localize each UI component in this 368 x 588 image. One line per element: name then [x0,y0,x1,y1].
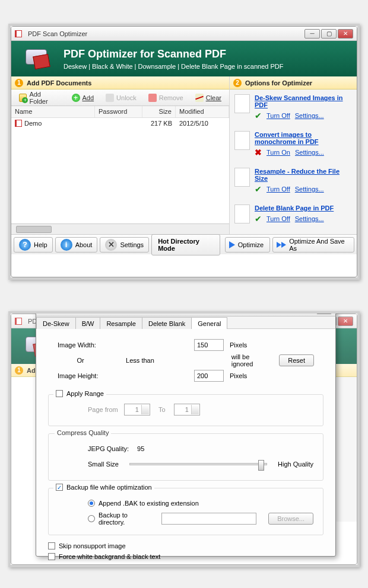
remove-button[interactable]: Remove [143,91,189,104]
add-folder-button[interactable]: Add Folder [14,91,65,104]
tab-b-w[interactable]: B/W [75,317,101,329]
hero-logo [21,47,54,71]
backup-dir-input[interactable] [161,513,256,525]
image-width-input[interactable] [194,339,224,351]
optimizer-option: Resample - Reduce the File Size ✔Turn Of… [230,163,357,200]
clear-icon [195,94,204,102]
hero-title: PDF Optimizer for Scanned PDF [64,48,284,60]
optimize-button[interactable]: Optimize [225,237,270,253]
option-icon [234,204,250,223]
add-button[interactable]: +Add [66,91,100,104]
small-size-label: Small Size [88,461,119,468]
option-title-link[interactable]: Resample - Reduce the File Size [255,168,340,182]
optimizer-option: De-Skew Scanned Images in PDF ✔Turn OffS… [230,90,357,126]
page-from-label: Page from [88,406,118,413]
ignored-label: will be ignored [231,353,267,368]
tools-icon: ✕ [105,239,117,251]
append-bak-radio[interactable] [88,500,95,507]
settings-button[interactable]: ✕Settings [100,237,149,253]
check-icon: ✔ [255,184,262,194]
force-bw-checkbox[interactable] [48,553,55,560]
page-from-input[interactable]: 1 [124,404,150,416]
optimize-save-as-button[interactable]: Optimize And Save As [272,237,354,253]
help-button[interactable]: ?Help [14,237,53,253]
unlock-button[interactable]: Unlock [100,91,142,104]
check-icon: ✔ [255,214,262,223]
option-settings-link[interactable]: Settings... [295,149,324,156]
compress-quality-title: Compress Quality [55,429,111,436]
add-panel-header: 1Add PDF Documents [11,76,229,90]
option-toggle-link[interactable]: Turn Off [267,186,290,193]
app-icon [15,318,22,325]
app-icon [15,30,22,37]
reset-button[interactable]: Reset [279,354,314,366]
or-label: Or [58,357,103,364]
folder-plus-icon [19,94,27,102]
dialog-titlebar: Option ✕ [36,311,335,317]
hero-subtitle: Deskew | Black & White | Downsample | De… [64,63,284,70]
high-quality-label: High Quality [278,461,313,468]
minimize-button[interactable]: ─ [304,29,320,39]
play-icon [229,241,235,248]
skip-nonsupport-checkbox[interactable] [48,542,55,549]
tab-general[interactable]: General [191,317,227,329]
plus-icon: + [72,94,80,102]
option-title-link[interactable]: Delete Blank Page in PDF [255,204,334,212]
close-button[interactable]: ✕ [338,29,353,39]
info-icon: i [61,239,72,251]
option-settings-link[interactable]: Settings... [295,215,324,222]
hot-directory-button[interactable]: Hot Directory Mode [151,234,220,255]
option-icon [234,131,250,150]
image-height-label: Image Height: [58,372,111,379]
backup-dir-radio[interactable] [88,515,95,522]
fast-forward-icon [277,242,286,248]
horizontal-scrollbar[interactable] [11,223,229,234]
less-than-label: Less than [109,357,170,364]
option-title-link[interactable]: Convert images to monochrome in PDF [255,131,319,145]
jpeg-quality-label: JEPG Quality: [88,445,129,452]
hero-banner: PDF Optimizer for Scanned PDF Deskew | B… [11,41,357,76]
delete-icon [148,94,157,102]
backup-enable-checkbox[interactable]: ✓ [56,484,63,491]
list-header: Name Password Size Modified [11,106,229,118]
optimizer-option: Delete Blank Page in PDF ✔Turn OffSettin… [230,200,357,229]
option-toggle-link[interactable]: Turn Off [267,215,290,222]
maximize-button[interactable]: ▢ [321,29,337,39]
page-to-input[interactable]: 1 [174,404,200,416]
image-width-label: Image Width: [58,341,111,349]
jpeg-quality-value[interactable] [135,443,158,455]
clear-button[interactable]: Clear [190,91,227,104]
quality-slider[interactable] [129,463,267,465]
page-to-label: To [156,406,168,413]
about-button[interactable]: iAbout [55,237,98,253]
option-title-link[interactable]: De-Skew Scanned Images in PDF [255,94,343,108]
app-title: PDF Scan Optimizer [28,30,87,37]
tab-resample[interactable]: Resample [100,317,142,329]
lock-icon [106,94,114,102]
option-toggle-link[interactable]: Turn On [267,149,290,156]
option-icon [234,168,250,187]
tab-de-skew[interactable]: De-Skew [36,317,76,329]
browse-button[interactable]: Browse... [268,513,313,525]
apply-range-checkbox[interactable] [56,390,63,397]
titlebar: PDF Scan Optimizer ─ ▢ ✕ [11,27,357,41]
image-height-input[interactable] [194,370,224,382]
tab-delete-blank[interactable]: Delete Blank [142,317,192,329]
table-row[interactable]: Demo217 KB2012/5/10 [11,118,229,129]
pdf-icon [15,120,22,127]
dialog-close-button[interactable]: ✕ [316,311,332,314]
optimizer-option: Convert images to monochrome in PDF ✖Tur… [230,126,357,163]
option-toggle-link[interactable]: Turn Off [267,112,290,119]
option-settings-link[interactable]: Settings... [295,186,324,193]
help-icon: ? [19,239,31,251]
option-settings-link[interactable]: Settings... [295,112,324,119]
check-icon: ✔ [255,111,262,120]
options-panel-header: 2Options for Optimizer [230,76,357,90]
cross-icon: ✖ [255,148,262,157]
option-icon [234,94,250,113]
